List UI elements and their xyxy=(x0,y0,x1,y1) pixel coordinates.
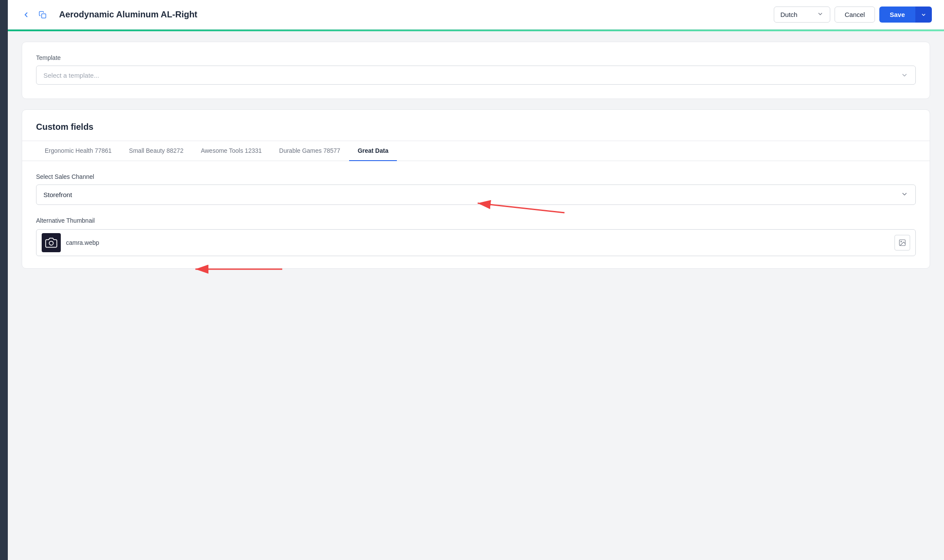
sidebar-accent xyxy=(0,0,8,560)
cancel-button[interactable]: Cancel xyxy=(835,7,875,23)
thumbnail-filename: camra.webp xyxy=(66,239,889,246)
template-label: Template xyxy=(36,54,916,61)
page-title: Aerodynamic Aluminum AL-Right xyxy=(59,10,767,20)
tab-awesome-tools[interactable]: Awesome Tools 12331 xyxy=(192,141,270,161)
thumbnail-preview xyxy=(42,233,61,252)
main-content: Template Select a template... Custom fie… xyxy=(8,0,944,560)
thumbnail-image-button[interactable] xyxy=(894,235,910,250)
tab-durable-games[interactable]: Durable Games 78577 xyxy=(271,141,349,161)
template-chevron-icon xyxy=(901,71,908,79)
image-icon xyxy=(898,239,906,247)
progress-bar xyxy=(8,30,944,31)
save-dropdown-button[interactable] xyxy=(915,7,932,23)
sales-channel-label: Select Sales Channel xyxy=(36,173,916,180)
template-section: Template Select a template... xyxy=(22,42,930,99)
svg-rect-0 xyxy=(42,13,46,18)
custom-fields-header: Custom fields xyxy=(22,110,930,141)
tabs-bar: Ergonomic Health 77861 Small Beauty 8827… xyxy=(22,141,930,161)
save-button-group: Save xyxy=(879,7,932,23)
tab-ergonomic-health[interactable]: Ergonomic Health 77861 xyxy=(36,141,120,161)
copy-button[interactable] xyxy=(36,9,49,21)
header-actions: Dutch Cancel Save xyxy=(774,7,932,23)
language-value: Dutch xyxy=(780,11,797,18)
header: Aerodynamic Aluminum AL-Right Dutch Canc… xyxy=(8,0,944,30)
custom-fields-title: Custom fields xyxy=(36,122,916,132)
language-dropdown[interactable]: Dutch xyxy=(774,7,830,23)
tab-great-data[interactable]: Great Data xyxy=(349,141,397,161)
template-placeholder: Select a template... xyxy=(43,72,901,79)
tab-content: Select Sales Channel Storefront Alternat… xyxy=(22,161,930,268)
sales-channel-chevron-icon xyxy=(901,190,908,199)
custom-fields-card: Custom fields Ergonomic Health 77861 Sma… xyxy=(22,109,930,269)
save-button[interactable]: Save xyxy=(879,7,915,23)
tab-small-beauty[interactable]: Small Beauty 88272 xyxy=(120,141,192,161)
content-area: Template Select a template... Custom fie… xyxy=(8,31,944,290)
back-button[interactable] xyxy=(20,9,32,21)
svg-point-3 xyxy=(901,241,901,242)
camera-icon xyxy=(45,237,57,249)
nav-icons xyxy=(20,9,49,21)
sales-channel-value: Storefront xyxy=(43,191,901,198)
svg-point-1 xyxy=(49,241,53,245)
thumbnail-row: camra.webp xyxy=(36,229,916,256)
language-chevron-icon xyxy=(817,10,824,19)
sales-channel-select[interactable]: Storefront xyxy=(36,184,916,205)
template-select[interactable]: Select a template... xyxy=(36,66,916,85)
template-card: Template Select a template... xyxy=(22,42,930,99)
alt-thumbnail-label: Alternative Thumbnail xyxy=(36,217,916,224)
